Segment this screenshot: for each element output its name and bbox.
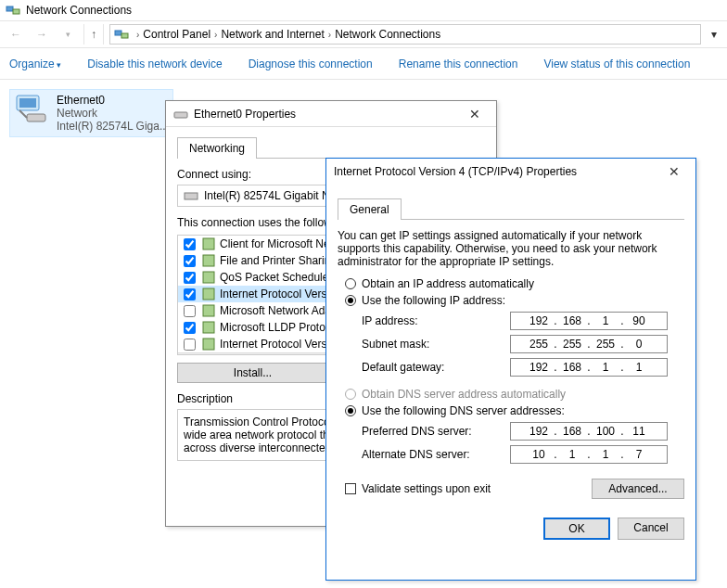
radio-icon [345,278,356,289]
item-checkbox[interactable] [184,255,196,267]
forward-button[interactable]: → [32,24,52,45]
breadcrumb[interactable]: › Control Panel › Network and Internet ›… [109,24,701,45]
breadcrumb-sep: › [328,30,331,40]
ip-address-input[interactable]: 192.168.1.90 [510,312,668,330]
close-button[interactable]: ✕ [660,164,688,179]
ip-auto-radio[interactable]: Obtain an IP address automatically [345,277,684,290]
alternate-dns-input[interactable]: 10.1.1.7 [510,445,668,464]
validate-label: Validate settings upon exit [362,482,491,495]
dns-manual-label: Use the following DNS server addresses: [362,404,565,417]
ip-auto-label: Obtain an IP address automatically [362,277,534,290]
window-titlebar: Network Connections [0,0,727,20]
item-label: QoS Packet Scheduler [220,271,332,284]
svg-rect-11 [203,272,214,283]
subnet-mask-input[interactable]: 255.255.255.0 [510,335,668,353]
svg-rect-10 [203,255,214,266]
svg-rect-0 [6,6,13,11]
radio-icon [345,405,356,416]
item-label: Internet Protocol Version [220,288,341,300]
adapter-name: Ethernet0 [57,94,169,107]
alternate-dns-label: Alternate DNS server: [362,448,510,461]
adapter-status: Network [57,107,169,120]
adapter-device: Intel(R) 82574L Giga... [57,120,169,133]
item-checkbox[interactable] [184,339,196,351]
validate-checkbox[interactable] [345,483,356,494]
adapter-icon [173,107,188,121]
item-checkbox[interactable] [184,305,196,317]
svg-rect-8 [185,193,198,199]
svg-rect-12 [203,288,214,300]
nav-row: ← → ▾ ↑ › Control Panel › Network and In… [0,20,727,48]
disable-device-command[interactable]: Disable this network device [87,58,222,70]
svg-rect-1 [13,9,19,14]
protocol-icon [201,270,216,285]
protocol-icon [201,337,216,352]
dialog-title: Ethernet0 Properties [194,108,461,121]
item-checkbox[interactable] [184,272,196,284]
ip-manual-label: Use the following IP address: [362,294,505,307]
protocol-icon [201,236,216,251]
back-button[interactable]: ← [6,24,26,45]
protocol-icon [201,303,216,318]
svg-rect-15 [203,339,214,350]
protocol-icon [201,287,216,301]
ip-manual-radio[interactable]: Use the following IP address: [345,294,684,307]
default-gateway-label: Default gateway: [362,361,510,374]
protocol-icon [201,253,216,268]
tab-networking[interactable]: Networking [177,137,257,159]
breadcrumb-sep: › [136,30,139,40]
item-checkbox[interactable] [184,238,196,250]
breadcrumb-segment[interactable]: Network and Internet [221,28,324,41]
rename-connection-command[interactable]: Rename this connection [399,58,518,70]
subnet-mask-label: Subnet mask: [362,338,510,351]
nic-icon [184,188,198,203]
command-bar: Organize Disable this network device Dia… [0,48,727,80]
dns-manual-radio[interactable]: Use the following DNS server addresses: [345,404,684,417]
scrollbar-thumb[interactable] [200,355,256,356]
dns-auto-radio: Obtain DNS server address automatically [345,388,684,401]
view-status-command[interactable]: View status of this connection [543,58,690,70]
diagnose-connection-command[interactable]: Diagnose this connection [249,58,373,70]
preferred-dns-input[interactable]: 192.168.100.11 [510,422,668,441]
svg-rect-13 [203,305,214,316]
breadcrumb-segment[interactable]: Control Panel [143,28,210,41]
advanced-button[interactable]: Advanced... [592,479,684,499]
adapter-item[interactable]: Ethernet0 Network Intel(R) 82574L Giga..… [9,89,173,137]
up-button[interactable]: ↑ [83,24,104,45]
network-connections-icon [6,3,20,18]
ok-button[interactable]: OK [543,518,610,540]
recent-dropdown[interactable]: ▾ [57,24,78,45]
svg-rect-3 [121,33,128,38]
radio-icon [345,295,356,306]
install-button[interactable]: Install... [177,363,328,383]
tab-strip: Networking [177,136,485,159]
info-text: You can get IP settings assigned automat… [338,229,684,268]
preferred-dns-label: Preferred DNS server: [362,425,510,438]
item-label: Client for Microsoft Netw [220,237,341,250]
scrollbar-left-arrow[interactable]: ◂ [178,353,189,356]
address-dropdown[interactable]: ▾ [707,28,721,41]
window-title: Network Connections [26,4,132,17]
network-connections-icon [114,27,129,42]
dialog-title: Internet Protocol Version 4 (TCP/IPv4) P… [334,165,660,178]
svg-rect-9 [203,238,214,249]
item-label: Internet Protocol Version [220,338,341,351]
breadcrumb-sep: › [214,30,217,40]
item-label: Microsoft Network Adap [220,304,338,317]
dialog-titlebar: Ethernet0 Properties ✕ [166,101,496,127]
tab-general[interactable]: General [338,198,402,220]
cancel-button[interactable]: Cancel [618,518,684,540]
svg-rect-5 [19,98,36,108]
connect-using-value: Intel(R) 82574L Gigabit Ne [204,189,336,202]
close-button[interactable]: ✕ [461,107,489,121]
item-checkbox[interactable] [184,322,196,334]
ipv4-properties-dialog: Internet Protocol Version 4 (TCP/IPv4) P… [325,158,696,581]
default-gateway-input[interactable]: 192.168.1.1 [510,358,668,377]
item-checkbox[interactable] [184,288,196,300]
svg-rect-7 [174,112,187,118]
item-label: Microsoft LLDP Protoco [220,321,338,334]
svg-rect-6 [27,114,45,121]
breadcrumb-segment[interactable]: Network Connections [335,28,440,41]
organize-menu[interactable]: Organize [9,58,61,70]
item-label: File and Printer Sharing f [220,254,343,267]
